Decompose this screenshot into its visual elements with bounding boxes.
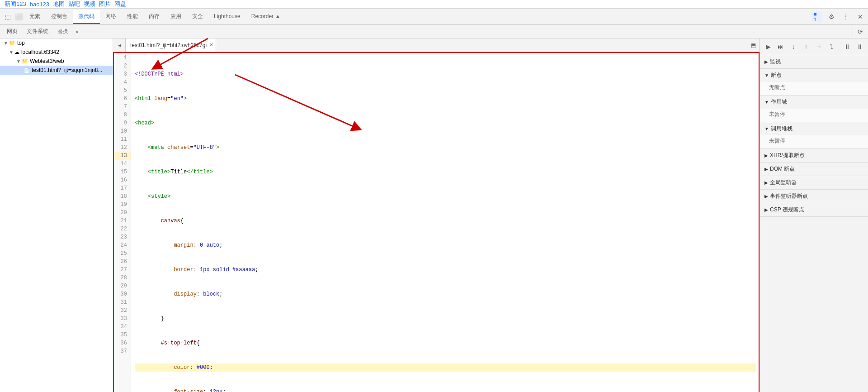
dom-header[interactable]: ▶ DOM 断点 — [760, 163, 868, 176]
tab-console[interactable]: 控制台 — [46, 10, 73, 24]
watch-expand-arrow: ▶ — [764, 59, 768, 64]
code-line-3: <head> — [135, 119, 756, 127]
callstack-not-paused: 未暂停 — [769, 138, 785, 144]
debugger-global-section: ▶ 全局监听器 — [760, 176, 868, 190]
code-tab-close[interactable]: ✕ — [209, 42, 213, 48]
event-header[interactable]: ▶ 事件监听器断点 — [760, 190, 868, 203]
file-tree-label-webtest: Webtest3/web — [30, 58, 64, 64]
debugger-watch-section: ▶ 监视 — [760, 55, 868, 69]
callstack-header[interactable]: ▼ 调用堆栈 — [760, 122, 868, 135]
file-icon: 📄 — [24, 67, 30, 73]
deactivate-btn[interactable]: ⤵ — [826, 41, 837, 52]
line-num-36: 36 — [113, 339, 131, 347]
line-num-1: 1 — [113, 54, 131, 62]
pause-btn[interactable]: ⏭ — [775, 41, 786, 52]
code-content[interactable]: 1 2 3 4 5 6 7 8 9 10 11 12 13 — [113, 52, 760, 392]
subtab-overrides[interactable]: 替换 — [53, 26, 73, 37]
tab-count-badge: ■ 1 — [811, 11, 822, 22]
debugger-scope-section: ▼ 作用域 未暂停 — [760, 96, 868, 122]
line-num-12: 12 — [113, 143, 131, 152]
inspect-element-icon[interactable]: ⬚ — [2, 11, 13, 22]
line-num-7: 7 — [113, 103, 131, 111]
nav-link-ditu[interactable]: 地图 — [53, 0, 65, 8]
callstack-content: 未暂停 — [760, 135, 868, 148]
tab-performance[interactable]: 性能 — [122, 10, 143, 24]
line-num-26: 26 — [113, 258, 131, 266]
breakpoints-expand-arrow: ▼ — [764, 73, 769, 78]
line-num-10: 10 — [113, 127, 131, 135]
xhr-expand-arrow: ▶ — [764, 153, 768, 158]
scope-header[interactable]: ▼ 作用域 — [760, 96, 868, 109]
code-tab-active[interactable]: test01.html?_ijt=bht7tovh26c7gi ✕ — [126, 38, 216, 52]
nav-link-wangpan[interactable]: 网盘 — [114, 0, 126, 8]
resume-btn[interactable]: ▶ — [763, 41, 774, 52]
nav-link-hao123[interactable]: hao123 — [30, 1, 49, 8]
device-toolbar-icon[interactable]: ⬜ — [13, 11, 24, 22]
line-num-28: 28 — [113, 274, 131, 282]
line-num-19: 19 — [113, 201, 131, 209]
breakpoints-header[interactable]: ▼ 断点 — [760, 69, 868, 82]
dom-expand-arrow: ▶ — [764, 167, 768, 172]
line-num-11: 11 — [113, 135, 131, 143]
step-into-btn[interactable]: ↑ — [801, 41, 811, 52]
debugger-breakpoints-section: ▼ 断点 无断点 — [760, 69, 868, 96]
browser-window: 新闻123 hao123 地图 贴吧 视频 图片 网盘 ⬚ ⬜ 元素 控制台 源… — [0, 0, 868, 392]
global-header[interactable]: ▶ 全局监听器 — [760, 176, 868, 189]
file-tree-item-test01[interactable]: 📄 test01.html?_ijt=sqqm1njn8... — [0, 66, 113, 75]
nav-link-tieba[interactable]: 贴吧 — [68, 0, 80, 8]
settings-icon[interactable]: ⚙ — [826, 11, 837, 22]
xhr-header[interactable]: ▶ XHR/提取断点 — [760, 149, 868, 162]
subtab-webpage[interactable]: 网页 — [2, 26, 22, 37]
dock-icon[interactable]: ⬒ — [747, 38, 760, 52]
tab-network[interactable]: 网络 — [100, 10, 122, 24]
line-num-22: 22 — [113, 225, 131, 233]
scope-not-paused: 未暂停 — [769, 111, 785, 117]
scope-expand-arrow: ▼ — [764, 100, 769, 105]
file-tree-label-top: top — [17, 40, 25, 46]
debugger-event-section: ▶ 事件监听器断点 — [760, 190, 868, 203]
dont-pause-btn[interactable]: ⏸ — [842, 41, 853, 52]
code-line-13: color: #000; — [135, 363, 756, 372]
debugger-controls: ▶ ⏭ ↓ ↑ → ⤵ ⏸ ⏸ — [760, 38, 868, 55]
callstack-label: 调用堆栈 — [771, 125, 793, 133]
nav-link-shipin[interactable]: 视频 — [84, 0, 95, 8]
devtools-panel: ⬚ ⬜ 元素 控制台 源代码 网络 性能 内存 应用 安全 Lighthouse… — [0, 9, 868, 392]
subtab-filesystem[interactable]: 文件系统 — [22, 26, 53, 37]
code-line-11: } — [135, 315, 756, 323]
tab-elements[interactable]: 元素 — [24, 10, 46, 24]
subtab-more[interactable]: » — [73, 27, 81, 37]
pause-on-exceptions-btn[interactable]: ⏸ — [854, 41, 865, 52]
tree-expand-arrow-webtest: ▼ — [16, 59, 21, 64]
file-tree-item-webtest[interactable]: ▼ 📁 Webtest3/web — [0, 57, 113, 66]
step-over-btn[interactable]: ↓ — [788, 41, 799, 52]
line-num-18: 18 — [113, 192, 131, 201]
file-tree-item-top[interactable]: ▼ 📁 top — [0, 38, 113, 48]
line-num-6: 6 — [113, 95, 131, 103]
tab-recorder[interactable]: Recorder ▲ — [246, 10, 286, 23]
nav-link-xinwen[interactable]: 新闻123 — [5, 0, 26, 8]
tree-expand-arrow-localhost: ▼ — [9, 50, 14, 55]
callstack-expand-arrow: ▼ — [764, 126, 769, 131]
step-out-btn[interactable]: → — [813, 41, 824, 52]
tab-memory[interactable]: 内存 — [143, 10, 165, 24]
watch-header[interactable]: ▶ 监视 — [760, 55, 868, 68]
more-options-icon[interactable]: ⋮ — [840, 11, 851, 22]
line-num-9: 9 — [113, 119, 131, 127]
line-num-13: 13 — [113, 152, 131, 160]
close-icon[interactable]: ✕ — [855, 11, 866, 22]
event-label: 事件监听器断点 — [770, 192, 808, 200]
sync-icon[interactable]: ⟳ — [855, 26, 866, 37]
tab-lighthouse[interactable]: Lighthouse — [208, 10, 246, 23]
line-num-29: 29 — [113, 282, 131, 290]
code-line-12: #s-top-left{ — [135, 339, 756, 347]
file-tree-item-localhost[interactable]: ▼ ☁ localhost:63342 — [0, 48, 113, 57]
tab-application[interactable]: 应用 — [165, 10, 187, 24]
tab-security[interactable]: 安全 — [187, 10, 208, 24]
nav-link-tupian[interactable]: 图片 — [99, 0, 111, 8]
code-tab-prev-icon[interactable]: ◂ — [113, 38, 126, 52]
breakpoints-label: 断点 — [771, 72, 782, 79]
devtools-main-content: ▼ 📁 top ▼ ☁ localhost:63342 ▼ 📁 Webtest3… — [0, 38, 868, 392]
csp-header[interactable]: ▶ CSP 违规断点 — [760, 203, 868, 216]
devtools-tab-bar: ⬚ ⬜ 元素 控制台 源代码 网络 性能 内存 应用 安全 Lighthouse… — [0, 9, 868, 25]
tab-sources[interactable]: 源代码 — [73, 10, 100, 24]
